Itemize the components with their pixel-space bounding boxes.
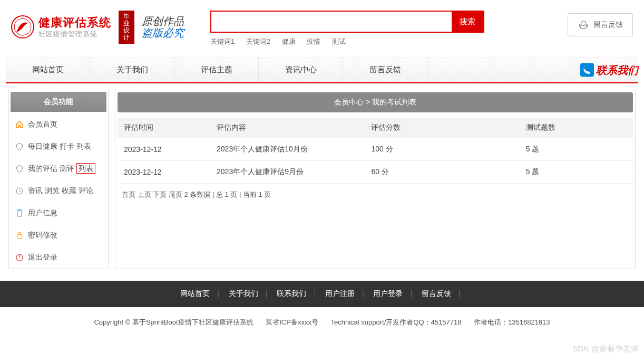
svg-point-1 [581, 21, 586, 26]
graduation-badge: 毕业设计 [119, 11, 134, 44]
copyright: Copyright © 基于SprintBoot疫情下社区健康评估系统 某省IC… [0, 307, 644, 338]
footer-link[interactable]: 用户登录 [373, 289, 403, 298]
home-icon [15, 120, 24, 129]
sidebar-item-logout[interactable]: 退出登录 [9, 246, 108, 269]
cell-count: 5 题 [520, 138, 633, 161]
site-title: 健康评估系统 [38, 15, 111, 31]
col-content: 评估内容 [210, 118, 365, 138]
svg-rect-3 [587, 24, 588, 27]
cell-score: 60 分 [365, 161, 519, 184]
sidebar-item-label: 资讯 浏览 收藏 评论 [28, 186, 93, 196]
sidebar-item-label: 密码修改 [28, 231, 57, 240]
footer-link[interactable]: 关于我们 [229, 289, 258, 298]
contact-us[interactable]: 联系我们 [580, 63, 638, 77]
keyword-link[interactable]: 疫情 [307, 37, 320, 45]
footer-link[interactable]: 用户注册 [325, 289, 355, 298]
clock-icon [15, 187, 24, 195]
sidebar-item-home[interactable]: 会员首页 [9, 113, 108, 136]
nav-topics[interactable]: 评估主题 [174, 58, 259, 82]
search-box: 搜索 [210, 11, 484, 33]
cell-count: 5 题 [520, 161, 633, 184]
footer-link[interactable]: 网站首页 [180, 289, 210, 298]
search-input[interactable] [211, 12, 452, 32]
sidebar: 会员功能 会员首页 每日健康 打卡 列表 我的评估 测评 列表 资讯 浏览 收藏… [8, 90, 109, 269]
nav-home[interactable]: 网站首页 [6, 58, 90, 82]
logo-icon [11, 15, 34, 39]
feedback-button[interactable]: 留言反馈 [568, 13, 633, 36]
nav-feedback[interactable]: 留言反馈 [343, 58, 427, 82]
footer-link[interactable]: 留言反馈 [422, 289, 451, 298]
feedback-label: 留言反馈 [593, 20, 623, 30]
sidebar-item-label: 退出登录 [28, 253, 57, 262]
table-row: 2023-12-12 2023年个人健康评估10月份 100 分 5 题 [118, 138, 633, 161]
sidebar-header: 会员功能 [11, 92, 106, 112]
power-icon [15, 253, 24, 262]
sidebar-item-profile[interactable]: 用户信息 [9, 202, 108, 224]
cell-score: 100 分 [365, 138, 519, 161]
sidebar-item-label: 我的评估 测评 列表 [28, 164, 95, 174]
cell-time: 2023-12-12 [118, 161, 210, 184]
sidebar-item-password[interactable]: 密码修改 [9, 224, 108, 246]
svg-rect-7 [17, 235, 22, 239]
svg-rect-6 [18, 209, 21, 211]
sidebar-item-daily[interactable]: 每日健康 打卡 列表 [9, 136, 108, 158]
originality-text: 原创作品 盗版必究 [142, 15, 184, 39]
lock-icon [15, 231, 24, 240]
site-subtitle: 社区疫情管理系统 [38, 30, 111, 39]
nav-about[interactable]: 关于我们 [90, 58, 174, 82]
keyword-link[interactable]: 关键词1 [210, 37, 235, 45]
search-button[interactable]: 搜索 [452, 12, 483, 32]
col-count: 测试题数 [520, 118, 633, 138]
exam-table: 评估时间 评估内容 评估分数 测试题数 2023-12-12 2023年个人健康… [118, 118, 633, 184]
sidebar-item-news[interactable]: 资讯 浏览 收藏 评论 [9, 180, 108, 202]
phone-icon [580, 63, 594, 77]
svg-rect-5 [17, 210, 22, 216]
sidebar-item-label: 会员首页 [28, 120, 57, 129]
content-panel: 会员中心 > 我的考试列表 评估时间 评估内容 评估分数 测试题数 2023-1… [115, 90, 636, 269]
keyword-link[interactable]: 关键词2 [246, 37, 270, 45]
col-score: 评估分数 [365, 118, 519, 138]
shield-icon [15, 142, 24, 151]
sidebar-item-exam[interactable]: 我的评估 测评 列表 [9, 158, 108, 180]
cell-content: 2023年个人健康评估9月份 [210, 161, 365, 184]
table-row: 2023-12-12 2023年个人健康评估9月份 60 分 5 题 [118, 161, 633, 184]
clipboard-icon [15, 209, 24, 217]
headset-icon [578, 19, 589, 31]
pagination[interactable]: 首页 上页 下页 尾页 2 条数据 | 总 1 页 | 当前 1 页 [118, 184, 633, 206]
keyword-link[interactable]: 测试 [332, 37, 346, 45]
col-time: 评估时间 [118, 118, 210, 138]
logo-area: 健康评估系统 社区疫情管理系统 毕业设计 原创作品 盗版必究 [11, 11, 184, 44]
breadcrumb: 会员中心 > 我的考试列表 [118, 92, 633, 112]
nav-news[interactable]: 资讯中心 [259, 58, 343, 82]
cell-time: 2023-12-12 [118, 138, 210, 161]
cell-content: 2023年个人健康评估10月份 [210, 138, 365, 161]
search-keywords: 关键词1 关键词2 健康 疫情 测试 [210, 37, 568, 46]
shield-icon [15, 165, 24, 173]
footer-link[interactable]: 联系我们 [277, 289, 306, 298]
sidebar-item-label: 每日健康 打卡 列表 [28, 142, 91, 151]
svg-rect-2 [579, 24, 581, 27]
keyword-link[interactable]: 健康 [282, 37, 296, 45]
sidebar-item-label: 用户信息 [28, 208, 57, 218]
footer-nav: 网站首页| 关于我们| 联系我们| 用户注册| 用户登录| 留言反馈| [0, 281, 644, 307]
